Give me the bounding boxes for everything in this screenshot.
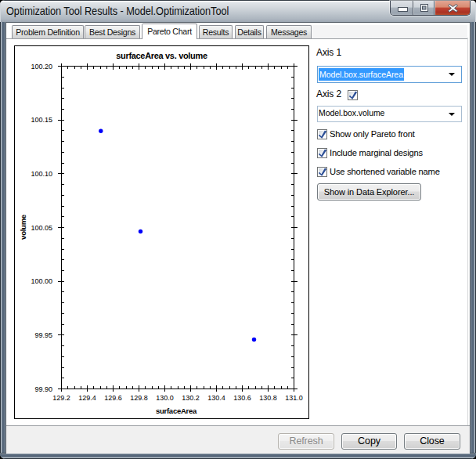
svg-text:surfaceArea vs. volume: surfaceArea vs. volume xyxy=(116,51,207,60)
svg-text:volume: volume xyxy=(19,215,27,240)
svg-text:130.0: 130.0 xyxy=(156,394,174,402)
svg-text:129.4: 129.4 xyxy=(78,394,96,402)
svg-text:100.15: 100.15 xyxy=(31,116,52,124)
svg-text:99.90: 99.90 xyxy=(34,385,52,393)
svg-text:130.6: 130.6 xyxy=(233,394,251,402)
svg-text:129.6: 129.6 xyxy=(104,394,122,402)
svg-text:129.2: 129.2 xyxy=(52,394,70,402)
svg-text:100.10: 100.10 xyxy=(31,170,52,178)
svg-text:100.05: 100.05 xyxy=(31,224,52,232)
svg-text:100.20: 100.20 xyxy=(31,63,52,70)
svg-text:100.00: 100.00 xyxy=(31,277,52,285)
svg-text:129.8: 129.8 xyxy=(130,394,148,402)
svg-text:130.4: 130.4 xyxy=(207,394,225,402)
svg-text:surfaceArea: surfaceArea xyxy=(156,407,197,415)
svg-text:131.0: 131.0 xyxy=(285,394,303,402)
svg-text:130.2: 130.2 xyxy=(182,394,200,402)
svg-text:130.8: 130.8 xyxy=(259,394,277,402)
svg-text:99.95: 99.95 xyxy=(34,331,52,339)
